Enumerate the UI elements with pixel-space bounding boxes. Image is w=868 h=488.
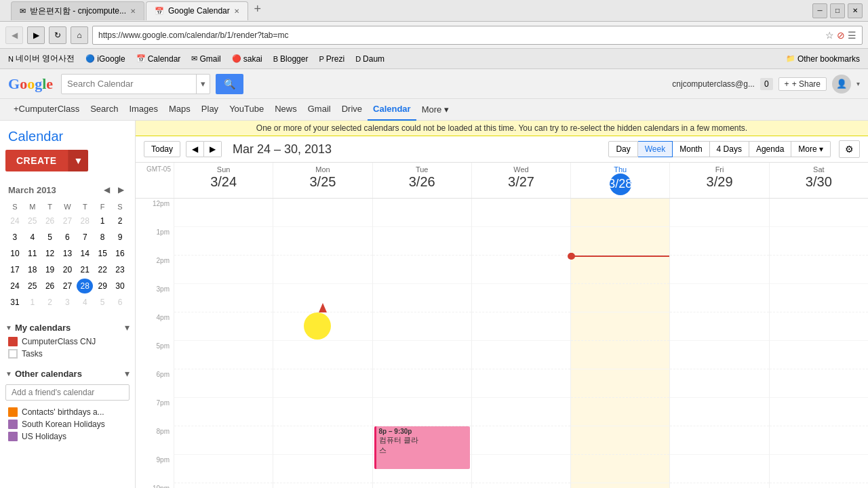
- search-dropdown-btn[interactable]: ▾: [196, 75, 210, 94]
- mini-cal-day-24[interactable]: 24: [7, 279, 23, 293]
- slot-sat-10pm[interactable]: [770, 483, 868, 488]
- mini-cal-day-28[interactable]: 28: [77, 279, 93, 293]
- slot-wed-7pm[interactable]: [472, 398, 570, 426]
- bookmark-daum[interactable]: D Daum: [351, 53, 389, 65]
- slot-sun-12pm[interactable]: [174, 199, 273, 227]
- close-button[interactable]: ✕: [848, 3, 863, 18]
- slot-fri-8pm[interactable]: [670, 426, 768, 455]
- mini-cal-day-12[interactable]: 12: [42, 246, 58, 261]
- slot-mon-6pm[interactable]: [273, 369, 372, 398]
- mini-cal-day-10[interactable]: 10: [7, 246, 23, 261]
- mini-cal-day-25[interactable]: 25: [24, 279, 41, 293]
- mainnav-more[interactable]: More ▾: [416, 99, 454, 121]
- star-icon[interactable]: ☆: [825, 30, 834, 41]
- bookmark-naver[interactable]: N 네이버 영어사전: [4, 52, 79, 66]
- mainnav-gmail[interactable]: Gmail: [302, 99, 336, 121]
- add-friend-calendar-input[interactable]: [5, 384, 130, 401]
- back-button[interactable]: ◀: [5, 26, 23, 44]
- slot-fri-10pm[interactable]: [670, 483, 768, 488]
- month-view-button[interactable]: Month: [673, 141, 709, 157]
- slot-tue-1pm[interactable]: [373, 227, 471, 256]
- slot-sun-9pm[interactable]: [174, 455, 273, 483]
- mini-cal-day-4[interactable]: 4: [77, 295, 93, 310]
- slot-tue-7pm[interactable]: [373, 398, 471, 426]
- mainnav-youtube[interactable]: YouTube: [224, 99, 269, 121]
- share-button[interactable]: + + Share: [778, 77, 827, 91]
- mini-cal-day-1[interactable]: 1: [94, 214, 111, 228]
- slot-mon-10pm[interactable]: [273, 483, 372, 488]
- slot-wed-10pm[interactable]: [472, 483, 570, 488]
- mini-cal-day-21[interactable]: 21: [77, 262, 93, 277]
- mini-cal-prev[interactable]: ◀: [101, 184, 113, 196]
- slot-tue-3pm[interactable]: [373, 284, 471, 312]
- slot-thu-5pm[interactable]: [571, 341, 669, 369]
- calendar-item-us-holidays[interactable]: US Holidays: [5, 430, 130, 443]
- minimize-button[interactable]: ─: [812, 3, 827, 18]
- mainnav-images[interactable]: Images: [123, 99, 163, 121]
- slot-wed-1pm[interactable]: [472, 227, 570, 256]
- slot-sat-3pm[interactable]: [770, 284, 868, 312]
- other-calendars-header[interactable]: ▼ Other calendars ▾: [5, 365, 130, 382]
- slot-fri-1pm[interactable]: [670, 227, 768, 256]
- slot-mon-9pm[interactable]: [273, 455, 372, 483]
- mini-cal-day-27[interactable]: 27: [60, 214, 76, 228]
- refresh-button[interactable]: ↻: [49, 26, 66, 44]
- mini-cal-day-2[interactable]: 2: [112, 214, 128, 228]
- mini-cal-day-4[interactable]: 4: [24, 230, 41, 245]
- slot-tue-10pm[interactable]: [373, 483, 471, 488]
- slot-wed-4pm[interactable]: [472, 312, 570, 341]
- bookmark-blogger[interactable]: B Blogger: [269, 53, 313, 65]
- slot-tue-5pm[interactable]: [373, 341, 471, 369]
- slot-fri-3pm[interactable]: [670, 284, 768, 312]
- my-calendars-settings[interactable]: ▾: [125, 322, 130, 333]
- mini-cal-day-26[interactable]: 26: [42, 279, 58, 293]
- user-menu-chevron[interactable]: ▾: [856, 80, 860, 87]
- mini-cal-day-5[interactable]: 5: [42, 230, 58, 245]
- mainnav-drive[interactable]: Drive: [336, 99, 368, 121]
- prev-period-button[interactable]: ◀: [186, 141, 204, 157]
- bookmark-igoogle[interactable]: 🔵 iGoogle: [81, 53, 129, 65]
- slot-thu-6pm[interactable]: [571, 369, 669, 398]
- mini-cal-day-3[interactable]: 3: [60, 295, 76, 310]
- slot-thu-2pm[interactable]: [571, 256, 669, 284]
- 4days-view-button[interactable]: 4 Days: [710, 141, 749, 157]
- slot-sat-12pm[interactable]: [770, 199, 868, 227]
- slot-fri-12pm[interactable]: [670, 199, 768, 227]
- search-button[interactable]: 🔍: [216, 74, 243, 94]
- address-bar[interactable]: https://www.google.com/calendar/b/1/rend…: [92, 26, 863, 45]
- slot-mon-4pm[interactable]: [273, 312, 372, 341]
- mainnav-search[interactable]: Search: [85, 99, 123, 121]
- bookmark-other[interactable]: 📁 Other bookmarks: [782, 53, 864, 65]
- day-col-tue[interactable]: 8p – 9:30p 컴퓨터 클라스: [372, 199, 471, 488]
- slot-thu-3pm[interactable]: [571, 284, 669, 312]
- today-button[interactable]: Today: [144, 141, 180, 157]
- slot-thu-8pm[interactable]: [571, 426, 669, 455]
- maximize-button[interactable]: □: [830, 3, 845, 18]
- mini-cal-day-23[interactable]: 23: [112, 262, 128, 277]
- slot-thu-10pm[interactable]: [571, 483, 669, 488]
- stop-icon[interactable]: ⊘: [837, 30, 845, 41]
- slot-sun-10pm[interactable]: [174, 483, 273, 488]
- slot-sun-7pm[interactable]: [174, 398, 273, 426]
- mini-cal-day-13[interactable]: 13: [60, 246, 76, 261]
- create-dropdown-button[interactable]: ▼: [68, 150, 89, 171]
- slot-sun-1pm[interactable]: [174, 227, 273, 256]
- mini-cal-day-31[interactable]: 31: [7, 295, 23, 310]
- day-col-wed[interactable]: [471, 199, 570, 488]
- calendar-tab-close[interactable]: ✕: [234, 7, 239, 15]
- slot-sun-3pm[interactable]: [174, 284, 273, 312]
- user-avatar[interactable]: 👤: [832, 75, 851, 94]
- mini-cal-day-17[interactable]: 17: [7, 262, 23, 277]
- settings-button[interactable]: ⚙: [839, 140, 860, 158]
- slot-mon-7pm[interactable]: [273, 398, 372, 426]
- mini-cal-next[interactable]: ▶: [115, 184, 127, 196]
- mini-cal-day-20[interactable]: 20: [60, 262, 76, 277]
- slot-mon-8pm[interactable]: [273, 426, 372, 455]
- mini-cal-day-6[interactable]: 6: [60, 230, 76, 245]
- next-period-button[interactable]: ▶: [204, 141, 222, 157]
- mini-cal-day-27[interactable]: 27: [60, 279, 76, 293]
- slot-fri-5pm[interactable]: [670, 341, 768, 369]
- mini-cal-day-15[interactable]: 15: [94, 246, 111, 261]
- mini-cal-day-28[interactable]: 28: [77, 214, 93, 228]
- mini-cal-day-3[interactable]: 3: [7, 230, 23, 245]
